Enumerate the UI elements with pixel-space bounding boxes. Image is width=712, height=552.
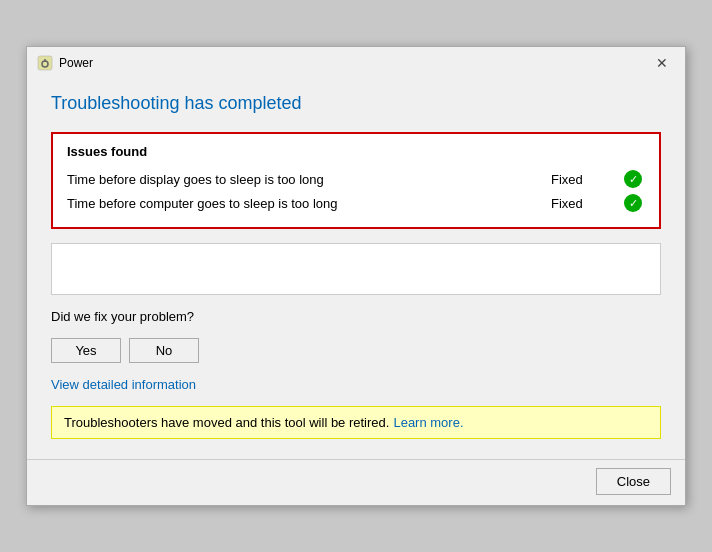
no-button[interactable]: No	[129, 338, 199, 363]
power-icon	[37, 55, 53, 71]
window-title: Power	[59, 56, 93, 70]
issues-heading: Issues found	[67, 144, 645, 159]
banner-text: Troubleshooters have moved and this tool…	[64, 415, 389, 430]
window-close-button[interactable]: ✕	[649, 53, 675, 73]
dialog-window: Power ✕ Troubleshooting has completed Is…	[26, 46, 686, 506]
yes-button[interactable]: Yes	[51, 338, 121, 363]
title-bar: Power ✕	[27, 47, 685, 77]
issue-status: Fixed	[551, 196, 621, 211]
learn-more-link[interactable]: Learn more.	[393, 415, 463, 430]
issue-row: Time before computer goes to sleep is to…	[67, 191, 645, 215]
yes-no-buttons: Yes No	[51, 338, 661, 363]
check-circle-icon: ✓	[621, 194, 645, 212]
dialog-footer: Close	[27, 459, 685, 505]
svg-rect-0	[38, 56, 52, 70]
issues-box: Issues found Time before display goes to…	[51, 132, 661, 229]
title-bar-left: Power	[37, 55, 93, 71]
page-title: Troubleshooting has completed	[51, 93, 661, 114]
check-circle-icon: ✓	[621, 170, 645, 188]
question-text: Did we fix your problem?	[51, 309, 661, 324]
dialog-body: Troubleshooting has completed Issues fou…	[27, 77, 685, 455]
issue-text: Time before display goes to sleep is too…	[67, 172, 551, 187]
info-box	[51, 243, 661, 295]
info-banner: Troubleshooters have moved and this tool…	[51, 406, 661, 439]
close-dialog-button[interactable]: Close	[596, 468, 671, 495]
issue-text: Time before computer goes to sleep is to…	[67, 196, 551, 211]
view-detailed-link[interactable]: View detailed information	[51, 377, 661, 392]
issue-row: Time before display goes to sleep is too…	[67, 167, 645, 191]
issue-status: Fixed	[551, 172, 621, 187]
